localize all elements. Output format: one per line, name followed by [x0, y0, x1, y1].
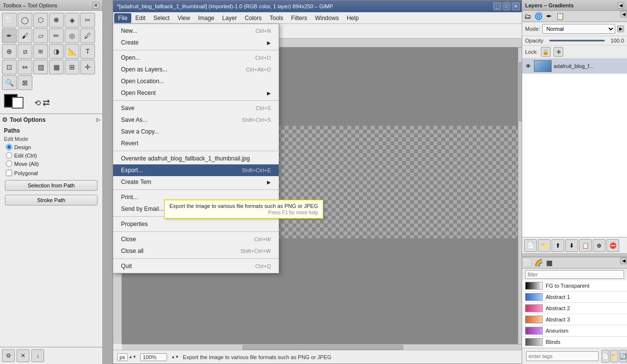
lock-position-btn[interactable]: ✛ — [554, 47, 563, 57]
tool-scissors[interactable]: ✂ — [80, 13, 95, 27]
tool-align[interactable]: ⊞ — [65, 60, 79, 74]
radio-move-alt-input[interactable] — [6, 160, 12, 167]
gradient-aneurism[interactable]: Aneurism — [522, 325, 627, 337]
menu-item-open[interactable]: Open... Ctrl+O — [113, 52, 279, 64]
color-reset-icon[interactable]: ⟲ — [34, 98, 41, 108]
selection-from-path-btn[interactable]: Selection from Path — [5, 180, 97, 191]
gradient-fg-transparent[interactable]: FG to Transparent — [522, 280, 627, 292]
toolbox-close-btn[interactable]: ✕ — [93, 2, 99, 9]
tool-measure[interactable]: 📐 — [65, 44, 79, 59]
menu-item-save-copy[interactable]: Save a Copy... — [113, 126, 279, 137]
menu-layer[interactable]: Layer — [218, 13, 241, 23]
gradient-abstract1[interactable]: Abstract 1 — [522, 292, 627, 303]
menu-item-open-location[interactable]: Open Location... — [113, 75, 279, 87]
menu-help[interactable]: Help — [343, 13, 363, 23]
radio-edit-ctrl[interactable]: Edit (Ctrl) — [2, 151, 100, 159]
stroke-path-btn[interactable]: Stroke Path — [5, 195, 97, 205]
menu-item-export[interactable]: Export... Shift+Ctrl+E — [113, 164, 279, 176]
layer-item[interactable]: 👁 adafruit_blog_f... — [522, 59, 627, 74]
tool-flip[interactable]: ⇔ — [18, 60, 32, 74]
close-btn[interactable]: ✕ — [512, 2, 520, 10]
minimize-btn[interactable]: _ — [493, 2, 501, 10]
bg-color[interactable] — [12, 97, 24, 109]
menu-item-create-template[interactable]: Create Tem ▶ — [113, 176, 279, 188]
gradient-abstract2[interactable]: Abstract 2 — [522, 303, 627, 314]
radio-design-input[interactable] — [6, 144, 12, 150]
tool-heal[interactable]: ⊕ — [2, 44, 17, 59]
gradient-tab-expand[interactable]: ◀ — [620, 257, 627, 264]
layer-new-btn[interactable]: 📄 — [524, 239, 537, 252]
zoom-value[interactable]: 100% — [140, 353, 167, 361]
menu-item-save[interactable]: Save Ctrl+S — [113, 102, 279, 114]
menu-tools[interactable]: Tools — [265, 13, 287, 23]
tool-dodge-burn[interactable]: ◑ — [49, 44, 64, 59]
layer-delete-btn[interactable]: ⛔ — [606, 239, 619, 252]
layer-new-from-file-btn[interactable]: 📁 — [538, 239, 551, 252]
gradient-tab-icon1[interactable]: ⬜ — [522, 257, 533, 268]
maximize-btn[interactable]: □ — [503, 2, 510, 10]
tool-move[interactable]: ✛ — [80, 60, 95, 74]
gradient-tags-input[interactable] — [526, 351, 599, 361]
layer-duplicate-btn[interactable]: 📋 — [579, 239, 592, 252]
layer-move-up-btn[interactable]: ⬆ — [552, 239, 564, 252]
layers-tab-icon[interactable]: 🗂 — [522, 11, 533, 22]
tool-crop[interactable]: ⊠ — [18, 75, 32, 90]
layer-visibility-icon[interactable]: 👁 — [524, 62, 532, 70]
unit-value[interactable]: px — [117, 353, 128, 361]
tool-airbrush[interactable]: ◎ — [65, 28, 79, 43]
layers-tab-expand[interactable]: ◀ — [620, 11, 627, 18]
menu-image[interactable]: Image — [194, 13, 218, 23]
scrollbar-h-thumb[interactable] — [242, 345, 403, 350]
menu-view[interactable]: View — [173, 13, 194, 23]
tool-bucket-fill[interactable]: ▨ — [33, 60, 48, 74]
tool-paintbrush[interactable]: 🖌 — [18, 28, 32, 43]
menu-filters[interactable]: Filters — [287, 13, 311, 23]
polygonal-checkbox[interactable] — [6, 170, 12, 176]
history-tab-icon[interactable]: 📋 — [555, 11, 565, 22]
channels-tab-icon[interactable]: 🌀 — [533, 11, 544, 22]
radio-move-alt[interactable]: Move (Alt) — [2, 159, 100, 168]
menu-item-new[interactable]: New... Ctrl+N — [113, 25, 279, 37]
tool-free-select[interactable]: ⬡ — [33, 13, 48, 27]
radio-edit-ctrl-input[interactable] — [6, 152, 12, 159]
paths-tab-icon[interactable]: ✒ — [544, 11, 555, 22]
gradient-open-btn[interactable]: 📁 — [610, 350, 618, 363]
tool-paths[interactable]: ✒ — [2, 28, 17, 43]
unit-arrow[interactable]: ▲▼ — [129, 355, 137, 359]
tool-eraser[interactable]: ▱ — [33, 28, 48, 43]
menu-item-open-recent[interactable]: Open Recent ▶ — [113, 87, 279, 99]
gradient-abstract3[interactable]: Abstract 3 — [522, 314, 627, 325]
menu-item-revert[interactable]: Revert — [113, 137, 279, 149]
lock-pixels-btn[interactable]: 🔒 — [541, 47, 551, 57]
menu-item-save-as[interactable]: Save As... Shift+Ctrl+S — [113, 114, 279, 126]
tool-gradient[interactable]: ▦ — [49, 60, 64, 74]
color-swap-icon[interactable]: ⇄ — [43, 97, 50, 108]
tool-text[interactable]: T — [80, 44, 95, 59]
toolbox-config-btn[interactable]: ⚙ — [2, 349, 15, 362]
layers-expand-btn[interactable]: ◀ — [617, 2, 624, 9]
menu-item-overwrite[interactable]: Overwrite adafruit_blog_fallback_1_thumb… — [113, 153, 279, 164]
mode-expand-btn[interactable]: ▶ — [617, 25, 624, 32]
layer-merge-btn[interactable]: ⊕ — [593, 239, 605, 252]
tool-fuzzy-select[interactable]: ❋ — [49, 13, 64, 27]
menu-edit[interactable]: Edit — [131, 13, 149, 23]
radio-design[interactable]: Design — [2, 143, 100, 151]
tool-pencil[interactable]: ✏ — [49, 28, 64, 43]
menu-item-quit[interactable]: Quit Ctrl+Q — [113, 260, 279, 272]
tool-rect-select[interactable]: ⬜ — [2, 13, 17, 27]
checkbox-polygonal[interactable]: Polygonal — [2, 168, 100, 178]
menu-windows[interactable]: Windows — [311, 13, 343, 23]
tool-ellipse-select[interactable]: ◯ — [18, 13, 32, 27]
layer-move-down-btn[interactable]: ⬇ — [565, 239, 578, 252]
opacity-slider[interactable] — [549, 40, 605, 42]
tool-options-expand[interactable]: ▷ — [96, 117, 100, 122]
menu-item-close[interactable]: Close Ctrl+W — [113, 233, 279, 245]
scrollbar-horizontal[interactable] — [122, 344, 524, 350]
gradient-refresh-btn[interactable]: 🔄 — [619, 350, 627, 363]
mode-select[interactable]: Normal — [542, 24, 615, 34]
tool-perspective-clone[interactable]: ⧄ — [18, 44, 32, 59]
zoom-arrow[interactable]: ▲▼ — [171, 355, 179, 359]
menu-item-properties[interactable]: Properties — [113, 218, 279, 230]
gradient-tab-icon2[interactable]: 🌈 — [533, 257, 544, 268]
toolbox-delete-btn[interactable]: ✕ — [17, 349, 29, 362]
